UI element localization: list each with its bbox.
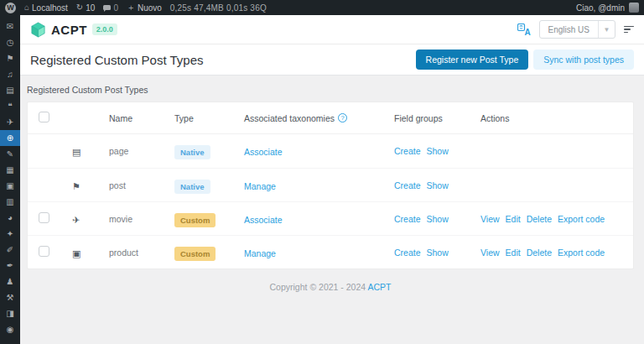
sidebar-item-brush[interactable]: ✐ [0, 242, 20, 258]
field-group-show-link[interactable]: Show [427, 180, 449, 190]
sidebar-item-box[interactable]: ◨ [0, 305, 20, 321]
type-badge: Custom [174, 247, 216, 261]
new-content-link[interactable]: ＋ Nuovo [127, 3, 162, 13]
column-header-field-groups: Field groups [394, 113, 480, 123]
wrench-icon: ⚒ [7, 293, 14, 302]
acpt-cube-icon [30, 22, 46, 38]
comments-icon [103, 5, 111, 10]
action-edit-link[interactable]: Edit [506, 214, 521, 224]
box-icon: ◨ [6, 309, 13, 318]
pin-icon: ⚑ [72, 181, 80, 191]
pages-icon: ▤ [72, 147, 80, 157]
select-all-checkbox[interactable] [39, 112, 49, 122]
row-checkbox[interactable] [39, 212, 49, 223]
home-icon: ⌂ [24, 3, 29, 12]
sidebar-item-pen[interactable]: ✒ [0, 258, 20, 274]
sidebar-item-gallery[interactable]: ▣ [0, 178, 20, 194]
acpt-footer-link[interactable]: ACPT [367, 282, 391, 292]
field-group-show-link[interactable]: Show [427, 146, 449, 156]
wp-logo-menu[interactable]: W [5, 3, 16, 13]
sidebar-item-video[interactable]: ◉ [0, 321, 20, 337]
updates-count: 10 [86, 3, 95, 13]
taxonomy-action-link[interactable]: Associate [244, 147, 283, 157]
footer: Copyright © 2021 - 2024 ACPT [27, 282, 634, 292]
sidebar-item-posts-pin[interactable]: ⚑ [0, 50, 20, 66]
post-type-name: post [109, 180, 174, 190]
sidebar-item-mail[interactable]: ✉ [0, 18, 20, 34]
bell-icon: ✦ [7, 229, 13, 238]
post-type-name: page [109, 146, 174, 156]
site-link[interactable]: ⌂ Localhost [24, 3, 68, 13]
taxonomy-action-link[interactable]: Associate [244, 215, 283, 225]
type-badge: Native [174, 145, 210, 159]
comments-link[interactable]: 0 [103, 3, 118, 13]
help-icon[interactable]: ? [338, 113, 347, 122]
table-body: ▤pageNativeAssociateCreateShow⚑postNativ… [28, 134, 633, 268]
field-group-create-link[interactable]: Create [394, 214, 421, 224]
posts-pin-icon: ⚑ [7, 54, 14, 63]
field-group-create-link[interactable]: Create [394, 180, 421, 190]
updates-link[interactable]: ↻ 10 [76, 3, 96, 13]
page-title-bar: Registered Custom Post Types Register ne… [20, 44, 644, 76]
action-delete-link[interactable]: Delete [527, 248, 552, 258]
grid-icon: ▥ [6, 197, 13, 206]
column-header-name: Name [109, 113, 174, 123]
sidebar-item-acpt-menu[interactable]: ⊕ [0, 130, 20, 146]
register-new-post-type-button[interactable]: Register new Post Type [416, 50, 529, 70]
column-header-actions: Actions [480, 113, 633, 123]
sidebar-item-grid[interactable]: ▥ [0, 194, 20, 210]
sidebar-item-dashboard[interactable]: ◷ [0, 34, 20, 50]
field-group-show-link[interactable]: Show [427, 214, 449, 224]
action-view-link[interactable]: View [480, 214, 500, 224]
sidebar-item-wrench[interactable]: ⚒ [0, 289, 20, 305]
post-type-name: product [109, 248, 174, 258]
action-edit-link[interactable]: Edit [506, 248, 521, 258]
sidebar-item-pie-chart[interactable]: ◕ [0, 210, 20, 226]
field-group-create-link[interactable]: Create [394, 248, 421, 258]
sidebar-item-user[interactable]: ♟ [0, 274, 20, 289]
plugins-icon: ▦ [6, 165, 13, 175]
action-export-code-link[interactable]: Export code [558, 248, 605, 258]
field-group-show-link[interactable]: Show [427, 248, 449, 258]
sidebar-item-comments[interactable]: ❝ [0, 98, 20, 114]
dashboard-icon: ◷ [7, 38, 14, 47]
translate-icon[interactable]: A [517, 23, 531, 35]
pen-icon: ✒ [7, 261, 13, 270]
taxonomy-action-link[interactable]: Manage [244, 248, 276, 258]
taxonomy-action-link[interactable]: Manage [244, 181, 276, 191]
sync-with-post-types-button[interactable]: Sync with post types [533, 50, 634, 70]
avatar[interactable] [629, 3, 639, 13]
action-export-code-link[interactable]: Export code [558, 214, 605, 224]
wordpress-logo-icon: W [5, 3, 16, 13]
table-row: ▣productCustomManageCreateShowViewEditDe… [28, 235, 633, 268]
svg-text:A: A [524, 28, 530, 36]
user-icon: ♟ [7, 277, 14, 286]
appearance-icon: ✎ [7, 149, 13, 159]
performance-stats: 0,25s 47,4MB 0,01s 36Q [170, 3, 267, 13]
sidebar-item-bell[interactable]: ✦ [0, 226, 20, 242]
copyright-text: Copyright © 2021 - 2024 [270, 282, 366, 292]
comments-count: 0 [113, 3, 118, 13]
field-group-create-link[interactable]: Create [394, 146, 421, 156]
sidebar-item-plugins[interactable]: ▦ [0, 162, 20, 178]
sidebar-item-pages[interactable]: ▤ [0, 82, 20, 98]
table-header-row: Name Type Associated taxonomies ? Field … [28, 102, 633, 134]
column-header-taxonomies: Associated taxonomies [244, 113, 335, 123]
language-select[interactable]: English US ▼ [539, 20, 615, 39]
menu-toggle-icon[interactable] [624, 26, 634, 34]
table-row: ⚑postNativeManageCreateShow [28, 168, 633, 201]
acpt-logo[interactable]: ACPT 2.0.0 [30, 22, 117, 38]
app-name: ACPT [51, 23, 87, 37]
action-delete-link[interactable]: Delete [527, 214, 552, 224]
sidebar-item-appearance[interactable]: ✎ [0, 146, 20, 162]
plane-icon: ✈ [7, 117, 13, 127]
row-checkbox[interactable] [39, 246, 49, 257]
product-icon: ▣ [72, 248, 80, 258]
sidebar-item-plane[interactable]: ✈ [0, 114, 20, 130]
type-badge: Native [174, 180, 210, 194]
sidebar-item-media[interactable]: ♫ [0, 66, 20, 82]
pie-chart-icon: ◕ [8, 213, 13, 222]
action-view-link[interactable]: View [480, 248, 500, 258]
account-greeting[interactable]: Ciao, @dmin [576, 3, 625, 13]
column-header-type: Type [174, 113, 244, 123]
